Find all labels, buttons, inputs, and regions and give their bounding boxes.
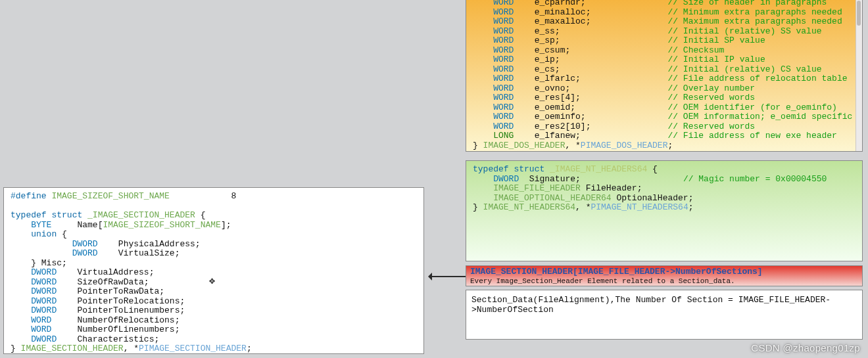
arrow-icon bbox=[432, 276, 466, 277]
code-block: WORD e_cparhdr; // Size of header in par… bbox=[466, 0, 862, 154]
section-header-array-sub: Every Image_Section_Header Element relat… bbox=[470, 277, 858, 285]
scrollbar-thumb[interactable] bbox=[857, 1, 861, 26]
section-header-array-title: IMAGE_SECTION_HEADER[IMAGE_FILE_HEADER->… bbox=[470, 267, 858, 277]
code-block: typedef struct _IMAGE_NT_HEADERS64 { DWO… bbox=[466, 161, 862, 217]
code-block: #define IMAGE_SIZEOF_SHORT_NAME 8 typede… bbox=[4, 188, 423, 354]
image-nt-headers-struct: typedef struct _IMAGE_NT_HEADERS64 { DWO… bbox=[466, 160, 863, 261]
section-data-box: Section_Data(FileAlignment),The Number O… bbox=[466, 290, 863, 340]
section-header-array-strip: IMAGE_SECTION_HEADER[IMAGE_FILE_HEADER->… bbox=[466, 265, 863, 286]
image-dos-header-struct: WORD e_cparhdr; // Size of header in par… bbox=[466, 0, 863, 152]
scrollbar-track[interactable] bbox=[856, 0, 862, 151]
section-data-text: Section_Data(FileAlignment),The Number O… bbox=[471, 295, 831, 315]
watermark: CSDN @zhaopeng01zp bbox=[751, 344, 860, 353]
image-section-header-struct: #define IMAGE_SIZEOF_SHORT_NAME 8 typede… bbox=[3, 187, 424, 354]
